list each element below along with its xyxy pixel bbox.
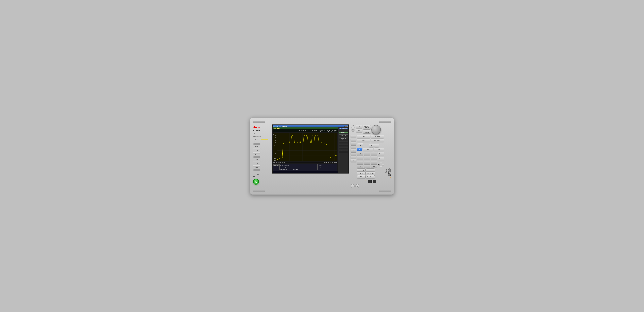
cal-button[interactable]: [253, 152, 260, 153]
appli-button[interactable]: Appli: [357, 143, 364, 146]
fn-controls-section: F1 F2 F3 F4 F5 F6 F7 F8 Trace Measure: [350, 135, 391, 178]
measure-button[interactable]: Measure: [371, 135, 384, 138]
bottom-handle-right: [379, 190, 391, 192]
num-9[interactable]: F9: [371, 152, 377, 156]
amplitude-button[interactable]: Amplitude: [366, 168, 375, 172]
num-1[interactable]: 1: [357, 161, 364, 164]
remote-button[interactable]: [253, 144, 260, 144]
sa-btn-spectrogram[interactable]: Spectrogram: [338, 147, 348, 149]
scroll-bar[interactable]: [273, 163, 338, 164]
usb-port-1[interactable]: [368, 180, 372, 183]
bottom-up-arrow[interactable]: ↑: [356, 184, 360, 188]
cancel-button[interactable]: Cancel: [378, 156, 384, 161]
save-button[interactable]: [253, 156, 260, 158]
nav-down[interactable]: ∨: [380, 166, 382, 168]
y-axis-label: [dBm]: [274, 134, 276, 134]
left-buttons: Preset Remote Local Cal Save Recall Copy…: [253, 139, 270, 184]
f4-button[interactable]: F4: [350, 146, 356, 148]
power-button[interactable]: ⏻: [253, 179, 259, 184]
sa-btn-spectrum[interactable]: Spectrum: [338, 132, 348, 134]
trigger-gate-button[interactable]: Trigger/Gate: [366, 172, 375, 175]
bottom-right-arrow[interactable]: →: [350, 184, 354, 188]
svg-text:-30.0: -30.0: [274, 140, 276, 141]
num-enter[interactable]: Enter: [371, 164, 377, 168]
rf-spec3: (+10dBm Max: [384, 171, 391, 172]
peak-search-button[interactable]: Peak Search: [371, 139, 384, 142]
svg-text:-110.0: -110.0: [274, 160, 276, 161]
rf-warning-icon: ⚠: [390, 177, 391, 178]
top-control-row: Menu ▲ SPA SA ApplicationSwitch SystemCo…: [350, 125, 391, 134]
preset-button[interactable]: [261, 139, 268, 140]
f7-button[interactable]: F7: [350, 156, 356, 159]
f2-button[interactable]: F2: [350, 138, 356, 142]
num-6[interactable]: C6: [371, 156, 377, 160]
side-scroll[interactable]: [338, 152, 348, 153]
num-0[interactable]: 0: [357, 164, 364, 168]
sa-button[interactable]: SA: [356, 129, 362, 132]
marker-peak-row: Marker Peak Search: [357, 139, 384, 142]
rf-spec4: Preamp On): [386, 172, 391, 173]
maximize-button[interactable]: □: [346, 126, 348, 127]
minus-plus-button[interactable]: -/+: [363, 148, 373, 151]
rf-spec1: +30dBm Max: [385, 169, 391, 170]
sa-btn-ccdf[interactable]: CCDF: [338, 144, 348, 146]
trigger-label: Trigger: [319, 165, 336, 166]
copy-label: Copy: [253, 163, 260, 164]
num-7[interactable]: D7: [357, 152, 364, 156]
copy-button[interactable]: [253, 165, 260, 166]
attenuator-row: Attenuator 10 dB: [300, 168, 317, 168]
sa-btn-freq-vs-time[interactable]: Frequency vs Time: [338, 137, 348, 140]
ssd-label: SSD: [253, 167, 260, 168]
top-handle-left: [253, 120, 265, 123]
continuous-label: Continuous: [374, 142, 378, 144]
num-4[interactable]: A4: [357, 156, 364, 160]
time-sweep-button[interactable]: Time/Sweep: [366, 175, 375, 178]
fn-buttons: F1 F2 F3 F4 F5 F6 F7 F8: [350, 135, 356, 178]
main-knob[interactable]: [372, 125, 381, 134]
f3-button[interactable]: F3: [350, 142, 356, 145]
num-dot[interactable]: .: [364, 164, 370, 168]
num-2[interactable]: 2: [364, 161, 370, 164]
usb-port-2[interactable]: [373, 180, 376, 183]
trace-button[interactable]: Trace: [357, 135, 370, 138]
num-5[interactable]: B5: [364, 156, 370, 160]
usb-ports-section: ⚡: [350, 180, 391, 183]
sa-btn-power-vs-time[interactable]: Power vs Time: [338, 134, 348, 136]
application-switch-button[interactable]: ApplicationSwitch: [363, 125, 371, 129]
bw-button[interactable]: BW: [357, 175, 366, 178]
spectrum-display: [dBm]: [273, 133, 338, 162]
f1-button[interactable]: F1: [350, 135, 356, 138]
f8-button[interactable]: F8: [350, 159, 356, 162]
nav-left[interactable]: <: [378, 164, 380, 166]
frequency-button[interactable]: Frequency: [357, 168, 366, 172]
span-button[interactable]: Span: [357, 172, 366, 175]
system-config-button[interactable]: SystemConfig: [363, 130, 371, 134]
svg-text:-20.0: -20.0: [274, 137, 276, 138]
menu-up-arrow[interactable]: ▲: [350, 126, 356, 132]
f5-button[interactable]: F5: [350, 149, 356, 152]
nav-right[interactable]: >: [382, 164, 384, 166]
enter-button[interactable]: Enter: [378, 152, 384, 156]
ssd-button[interactable]: [253, 170, 260, 170]
sa-btn-no-trace[interactable]: No Trace: [338, 150, 348, 152]
spa-button[interactable]: SPA: [356, 125, 362, 128]
info-readout: ▪ Analysis Start Time 0 s ▪ Analysis Tim…: [272, 130, 338, 131]
sa-btn-phase-vs-time[interactable]: Phase vs Time: [338, 141, 348, 143]
local-button[interactable]: [253, 148, 260, 149]
shift-button[interactable]: Shift: [357, 148, 362, 151]
side-menu-panel: Signal Analyzer Trace Mode Spectrum Powe…: [338, 127, 348, 173]
recall-button[interactable]: [253, 161, 260, 162]
screen-title-logo: MS2850A: [274, 126, 279, 127]
single-button[interactable]: ↵: [369, 144, 374, 147]
marker-button[interactable]: Marker: [357, 139, 370, 142]
continuous-button[interactable]: ↺: [374, 144, 379, 147]
bs-button[interactable]: BS: [374, 148, 384, 151]
nav-up[interactable]: ∧: [380, 162, 382, 164]
trigger-box: Trigger Trigger Free Run: [318, 164, 337, 170]
num-3[interactable]: 3: [371, 161, 377, 164]
recall-label: Recall: [253, 158, 260, 160]
f6-button[interactable]: F6: [350, 152, 356, 155]
spa-sa-section: SPA SA: [356, 125, 362, 132]
num-8[interactable]: E8: [364, 152, 370, 156]
minimize-button[interactable]: _: [344, 126, 346, 127]
